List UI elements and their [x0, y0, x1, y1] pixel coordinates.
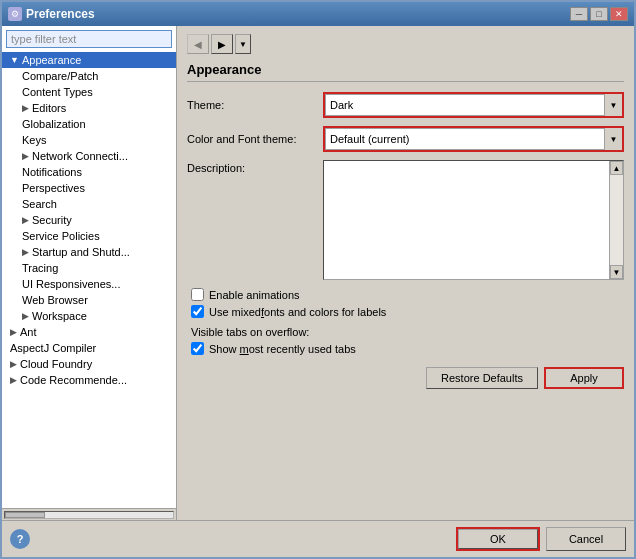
- tree-item-label: Editors: [32, 102, 66, 114]
- expand-arrow: ▶: [22, 151, 29, 161]
- tree-item-security[interactable]: ▶ Security: [2, 212, 176, 228]
- title-bar-controls: ─ □ ✕: [570, 7, 628, 21]
- show-recent-tabs-checkbox[interactable]: [191, 342, 204, 355]
- tree-item-appearance[interactable]: ▼ Appearance: [2, 52, 176, 68]
- show-recent-tabs-row: Show most recently used tabs: [187, 342, 624, 355]
- theme-label: Theme:: [187, 99, 317, 111]
- color-font-select-wrapper: Default (current) High Contrast Pastel ▼: [323, 126, 624, 152]
- expand-arrow: ▶: [22, 311, 29, 321]
- tree-item-content-types[interactable]: Content Types: [2, 84, 176, 100]
- tree-item-globalization[interactable]: Globalization: [2, 116, 176, 132]
- description-textarea[interactable]: [324, 161, 609, 279]
- apply-buttons-row: Restore Defaults Apply: [187, 367, 624, 389]
- tree-item-editors[interactable]: ▶ Editors: [2, 100, 176, 116]
- bottom-bar: ? OK Cancel: [2, 520, 634, 557]
- expand-arrow: ▶: [22, 247, 29, 257]
- description-scrollbar: ▲ ▼: [609, 161, 623, 279]
- tree-item-cloud-foundry[interactable]: ▶ Cloud Foundry: [2, 356, 176, 372]
- color-font-label: Color and Font theme:: [187, 133, 317, 145]
- color-font-select-container: Default (current) High Contrast Pastel ▼: [325, 128, 622, 150]
- tree-area: ▼ Appearance Compare/Patch Content Types…: [2, 52, 176, 508]
- horizontal-scrollbar[interactable]: [2, 508, 176, 520]
- description-section: Description: ▲ ▼: [187, 160, 624, 280]
- enable-animations-row: Enable animations: [187, 288, 624, 301]
- right-panel: ◀ ▶ ▼ Appearance Theme: Dark Light Class…: [177, 26, 634, 520]
- scrollbar-thumb[interactable]: [5, 512, 45, 518]
- close-button[interactable]: ✕: [610, 7, 628, 21]
- ok-button-wrapper: OK: [456, 527, 540, 551]
- nav-dropdown-button[interactable]: ▼: [235, 34, 251, 54]
- main-content: ▼ Appearance Compare/Patch Content Types…: [2, 26, 634, 520]
- description-textarea-wrapper: ▲ ▼: [323, 160, 624, 280]
- tree-item-label: Service Policies: [22, 230, 100, 242]
- show-recent-tabs-label: Show most recently used tabs: [209, 343, 356, 355]
- left-panel: ▼ Appearance Compare/Patch Content Types…: [2, 26, 177, 520]
- tree-item-label: Ant: [20, 326, 37, 338]
- use-mixed-fonts-row: Use mixedfonts and colors for labels: [187, 305, 624, 318]
- tree-item-label: Network Connecti...: [32, 150, 128, 162]
- tree-item-keys[interactable]: Keys: [2, 132, 176, 148]
- tree-item-label: Perspectives: [22, 182, 85, 194]
- use-mixed-fonts-checkbox[interactable]: [191, 305, 204, 318]
- nav-toolbar: ◀ ▶ ▼: [187, 34, 624, 54]
- tree-item-label: Notifications: [22, 166, 82, 178]
- tree-item-label: Startup and Shutd...: [32, 246, 130, 258]
- scroll-up-button[interactable]: ▲: [610, 161, 623, 175]
- scroll-track: [610, 175, 623, 265]
- theme-row: Theme: Dark Light Classic ▼: [187, 92, 624, 118]
- tree-item-label: Content Types: [22, 86, 93, 98]
- tree-item-web-browser[interactable]: Web Browser: [2, 292, 176, 308]
- ok-cancel-buttons: OK Cancel: [456, 527, 626, 551]
- enable-animations-checkbox[interactable]: [191, 288, 204, 301]
- theme-select-wrapper: Dark Light Classic ▼: [323, 92, 624, 118]
- tree-item-compare-patch[interactable]: Compare/Patch: [2, 68, 176, 84]
- scroll-down-button[interactable]: ▼: [610, 265, 623, 279]
- expand-arrow: ▼: [10, 55, 19, 65]
- theme-select-container: Dark Light Classic ▼: [325, 94, 622, 116]
- scrollbar-track: [4, 511, 174, 519]
- panel-title: Appearance: [187, 62, 624, 82]
- tree-item-network-connections[interactable]: ▶ Network Connecti...: [2, 148, 176, 164]
- tree-item-label: Appearance: [22, 54, 81, 66]
- tree-item-label: Globalization: [22, 118, 86, 130]
- tree-item-label: Code Recommende...: [20, 374, 127, 386]
- tree-item-notifications[interactable]: Notifications: [2, 164, 176, 180]
- tree-item-search[interactable]: Search: [2, 196, 176, 212]
- expand-arrow: ▶: [10, 375, 17, 385]
- tree-item-startup-shutdown[interactable]: ▶ Startup and Shutd...: [2, 244, 176, 260]
- help-button[interactable]: ?: [10, 529, 30, 549]
- use-mixed-fonts-label: Use mixedfonts and colors for labels: [209, 306, 386, 318]
- maximize-button[interactable]: □: [590, 7, 608, 21]
- tree-item-label: UI Responsivenes...: [22, 278, 120, 290]
- title-bar: ⚙ Preferences ─ □ ✕: [2, 2, 634, 26]
- expand-arrow: ▶: [10, 359, 17, 369]
- minimize-button[interactable]: ─: [570, 7, 588, 21]
- color-font-select[interactable]: Default (current) High Contrast Pastel: [325, 128, 622, 150]
- tree-item-aspectj[interactable]: AspectJ Compiler: [2, 340, 176, 356]
- description-label: Description:: [187, 160, 317, 280]
- theme-select[interactable]: Dark Light Classic: [325, 94, 622, 116]
- tree-item-ui-responsiveness[interactable]: UI Responsivenes...: [2, 276, 176, 292]
- apply-button[interactable]: Apply: [544, 367, 624, 389]
- tree-item-code-recommenders[interactable]: ▶ Code Recommende...: [2, 372, 176, 388]
- title-bar-left: ⚙ Preferences: [8, 7, 95, 21]
- tree-item-service-policies[interactable]: Service Policies: [2, 228, 176, 244]
- tree-item-perspectives[interactable]: Perspectives: [2, 180, 176, 196]
- tree-item-label: Security: [32, 214, 72, 226]
- restore-defaults-button[interactable]: Restore Defaults: [426, 367, 538, 389]
- window-title: Preferences: [26, 7, 95, 21]
- visible-tabs-label: Visible tabs on overflow:: [187, 326, 624, 338]
- nav-back-button[interactable]: ◀: [187, 34, 209, 54]
- tree-item-workspace[interactable]: ▶ Workspace: [2, 308, 176, 324]
- tree-item-ant[interactable]: ▶ Ant: [2, 324, 176, 340]
- ok-button[interactable]: OK: [458, 529, 538, 549]
- tree-item-label: Web Browser: [22, 294, 88, 306]
- nav-forward-button[interactable]: ▶: [211, 34, 233, 54]
- tree-item-tracing[interactable]: Tracing: [2, 260, 176, 276]
- preferences-window: ⚙ Preferences ─ □ ✕ ▼ Appearance Compare…: [0, 0, 636, 559]
- tree-item-label: Cloud Foundry: [20, 358, 92, 370]
- cancel-button[interactable]: Cancel: [546, 527, 626, 551]
- filter-input[interactable]: [6, 30, 172, 48]
- expand-arrow: ▶: [10, 327, 17, 337]
- tree-item-label: Keys: [22, 134, 46, 146]
